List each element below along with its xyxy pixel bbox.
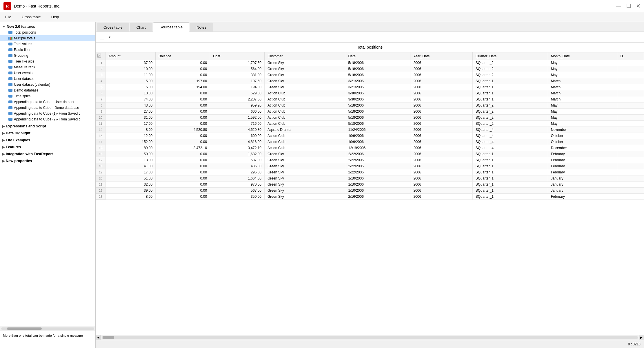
leaf-icon-6	[8, 65, 13, 69]
scroll-left-arrow[interactable]: ◀	[96, 335, 101, 340]
table-row[interactable]: 927.000.00606.00Action Club5/18/20062006…	[96, 109, 644, 115]
tab-cross-table[interactable]: Cross table	[97, 23, 129, 32]
scroll-right-arrow[interactable]: ▶	[639, 335, 644, 340]
sidebar-item-multiple-totals[interactable]: Multiple totals	[0, 35, 95, 41]
cell-r6-c7: SQuarter_1	[472, 96, 548, 102]
cell-r1-c8: May	[548, 66, 617, 72]
table-row[interactable]: 210.000.00564.00Green Sky5/18/20062006SQ…	[96, 66, 644, 72]
sidebar-item-measure-rank[interactable]: Measure rank	[0, 64, 95, 70]
table-row[interactable]: 45.00197.60197.60Green Sky3/21/20062006S…	[96, 78, 644, 84]
cell-r11-c6: 2006	[410, 127, 472, 133]
hscroll-thumb-table[interactable]	[103, 336, 114, 339]
cell-r7-c1: 43.00	[105, 102, 156, 109]
table-row[interactable]: 2051.000.001,664.30Green Sky1/10/2006200…	[96, 175, 644, 182]
cell-r14-c1: 89.00	[105, 145, 156, 151]
sidebar-item-total-values[interactable]: Total values	[0, 41, 95, 47]
tab-sources-table[interactable]: Sources table	[153, 22, 190, 32]
table-row[interactable]: 1312.000.00600.00Action Club10/9/2006200…	[96, 133, 644, 139]
sidebar-item-grouping[interactable]: Grouping	[0, 53, 95, 58]
toolbar-dropdown-arrow[interactable]: ▼	[107, 33, 112, 41]
close-button[interactable]: ✕	[636, 3, 641, 9]
table-row[interactable]: 14152.000.004,816.00Action Club10/9/2006…	[96, 139, 644, 145]
sidebar-group-new-props[interactable]: ▶ New properties	[0, 158, 95, 164]
cell-r0-c6: 2006	[410, 60, 472, 66]
table-row[interactable]: 2239.000.00567.50Green Sky1/10/20062006S…	[96, 188, 644, 194]
minimize-button[interactable]: —	[616, 3, 621, 9]
table-row[interactable]: 1589.003,472.103,472.10Action Club12/19/…	[96, 145, 644, 151]
cell-r9-c8: May	[548, 115, 617, 121]
cell-r16-c5: 2/22/2006	[345, 157, 410, 163]
table-row[interactable]: 1031.000.001,592.00Action Club5/18/20062…	[96, 115, 644, 121]
sidebar-item-tree-like-axis[interactable]: Tree like axis	[0, 58, 95, 64]
menu-help[interactable]: Help	[48, 14, 62, 20]
cell-r22-c4: Green Sky	[265, 194, 345, 200]
title-bar-controls: — ☐ ✕	[616, 3, 641, 9]
tab-notes[interactable]: Notes	[190, 23, 213, 32]
cell-r15-c9	[617, 151, 644, 157]
tab-chart[interactable]: Chart	[130, 23, 152, 32]
svg-rect-5	[8, 48, 12, 51]
table-row[interactable]: 1713.000.00587.00Green Sky2/22/20062006S…	[96, 157, 644, 163]
col-header-amount: Amount	[105, 52, 156, 60]
cell-r3-c5: 3/21/2006	[345, 78, 410, 84]
sidebar-item-append-user[interactable]: Appending data to Cube - User dataset	[0, 99, 95, 105]
sidebar-bottom-text: More than one total can be made for a si…	[0, 331, 95, 348]
sidebar-item-demo-database[interactable]: Demo database	[0, 87, 95, 93]
cell-r18-c1: 17.00	[105, 169, 156, 175]
table-row[interactable]: 128.004,520.804,520.80Aquatic Drama11/24…	[96, 127, 644, 133]
cell-r15-c5: 2/22/2006	[345, 151, 410, 157]
table-row[interactable]: 1117.000.00716.60Action Club5/18/2006200…	[96, 121, 644, 127]
sidebar-group-new-features[interactable]: ▼ New 2.0 features	[0, 24, 95, 30]
sidebar-item-user-dataset[interactable]: User dataset	[0, 76, 95, 82]
sidebar-item-append-1[interactable]: Appending data to Cube (1)- From Saved c	[0, 111, 95, 116]
cell-r4-c8: March	[548, 84, 617, 90]
sidebar-hscrollbar[interactable]	[0, 326, 95, 331]
cell-r22-c1: 8.00	[105, 194, 156, 200]
cell-r12-c3: 600.00	[210, 133, 265, 139]
export-button[interactable]	[98, 33, 106, 41]
table-hscrollbar[interactable]: ◀ ▶	[96, 335, 644, 340]
table-row[interactable]: 613.000.00629.00Action Club3/30/20062006…	[96, 90, 644, 96]
sidebar-item-append-2[interactable]: Appending data to Cube (2)- From Saved c	[0, 116, 95, 122]
table-row[interactable]: 55.00194.00194.00Green Sky3/21/20062006S…	[96, 84, 644, 90]
table-row[interactable]: 2132.000.00970.50Green Sky1/10/20062006S…	[96, 182, 644, 188]
tree-section-highlight: ▶ Data Highlight	[0, 130, 95, 137]
table-row[interactable]: 1917.000.00296.00Green Sky2/22/20062006S…	[96, 169, 644, 175]
sidebar-tree[interactable]: ▼ New 2.0 features Total positions	[0, 22, 95, 326]
sidebar-item-time-splits[interactable]: Time splits	[0, 93, 95, 99]
table-row[interactable]: 238.000.00350.00Green Sky2/16/20062006SQ…	[96, 194, 644, 200]
hscroll-thumb[interactable]	[7, 327, 42, 330]
sidebar-group-life[interactable]: ▶ Life Examples	[0, 137, 95, 143]
cell-r1-c0: 2	[96, 66, 105, 72]
table-row[interactable]: 843.000.00959.20Action Club5/18/20062006…	[96, 102, 644, 109]
sidebar-item-user-events[interactable]: User events	[0, 70, 95, 76]
table-row[interactable]: 137.000.001,797.50Green Sky5/18/20062006…	[96, 60, 644, 66]
table-row[interactable]: 1650.000.001,682.00Green Sky2/22/2006200…	[96, 151, 644, 157]
menu-cross-table[interactable]: Cross table	[19, 14, 44, 20]
cell-r11-c3: 4,520.80	[210, 127, 265, 133]
cell-r0-c0: 1	[96, 60, 105, 66]
cell-r17-c4: Green Sky	[265, 163, 345, 169]
sidebar-group-expressions[interactable]: ▶ Expressions and Script	[0, 123, 95, 129]
table-row[interactable]: 311.000.00381.80Green Sky5/18/20062006SQ…	[96, 72, 644, 78]
sidebar-item-user-dataset-calendar[interactable]: User dataset (calendar)	[0, 82, 95, 87]
cell-r6-c5: 3/30/2006	[345, 96, 410, 102]
cell-r17-c6: 2006	[410, 163, 472, 169]
col-header-cost: Cost	[210, 52, 265, 60]
tree-section-new-features: ▼ New 2.0 features Total positions	[0, 23, 95, 123]
sidebar-group-features[interactable]: ▶ Features	[0, 144, 95, 150]
sidebar-item-total-positions[interactable]: Total positions	[0, 30, 95, 35]
table-scroll[interactable]: Amount Balance Cost Customer Date Year_D…	[96, 52, 644, 335]
sidebar-item-radio-filter[interactable]: Radio filter	[0, 47, 95, 53]
maximize-button[interactable]: ☐	[626, 3, 631, 9]
sidebar-item-append-demo[interactable]: Appending data to Cube - Demo database	[0, 105, 95, 111]
cell-r13-c2: 0.00	[156, 139, 210, 145]
table-row[interactable]: 1841.000.00485.00Green Sky2/22/20062006S…	[96, 163, 644, 169]
sidebar-group-integration[interactable]: ▶ Integration with FastReport	[0, 151, 95, 157]
menu-file[interactable]: File	[2, 14, 14, 20]
cell-r10-c2: 0.00	[156, 121, 210, 127]
sidebar-group-highlight[interactable]: ▶ Data Highlight	[0, 130, 95, 136]
cell-r2-c4: Green Sky	[265, 72, 345, 78]
table-row[interactable]: 774.000.002,207.50Action Club3/30/200620…	[96, 96, 644, 102]
cell-r11-c4: Aquatic Drama	[265, 127, 345, 133]
